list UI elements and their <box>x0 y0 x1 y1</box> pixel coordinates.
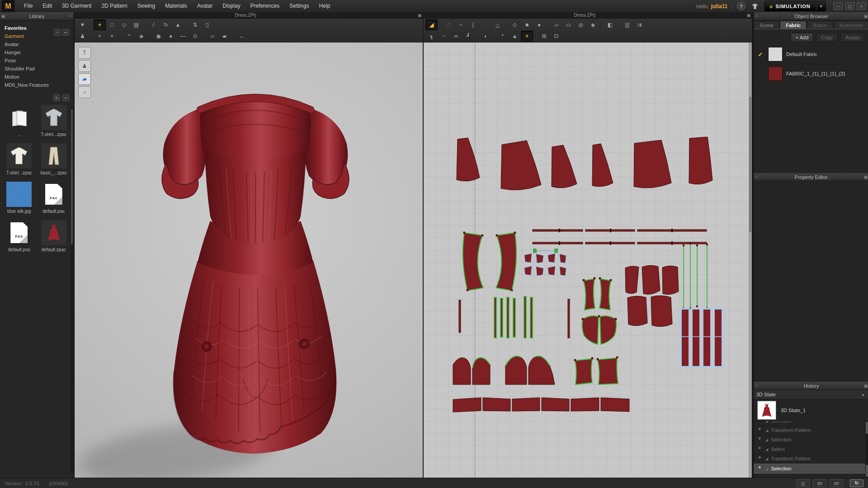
restore[interactable]: ▢ <box>845 2 854 10</box>
menu-item[interactable]: 2D Pattern <box>96 0 132 12</box>
library-item[interactable]: blue silk.jpg <box>3 182 36 214</box>
tool-pleats[interactable]: ||| <box>621 19 633 30</box>
tool-show-garment[interactable]: ▲ <box>172 19 184 30</box>
pattern-striped-piece-selected[interactable] <box>680 308 724 367</box>
tool-select-box[interactable]: ▤ <box>130 19 142 30</box>
pin-icon[interactable]: + <box>754 175 760 179</box>
panel-icon[interactable]: ▣ <box>863 14 868 19</box>
toggle-dual-view[interactable]: ◫ <box>796 479 810 487</box>
panel-icon[interactable]: ▣ <box>863 384 868 388</box>
library-item[interactable]: POS default.pos <box>3 220 36 252</box>
tool-plane-side[interactable]: ▰ <box>218 31 231 42</box>
tool-segment-sewing[interactable]: ┓ <box>425 31 438 42</box>
back[interactable]: ↩ <box>62 29 69 36</box>
tool-rectangle[interactable]: ■ <box>521 19 533 30</box>
fabric-row[interactable]: FABRIC_1_(1)_(1)_(1)_(2) <box>754 64 868 84</box>
pattern-boning-strips[interactable] <box>459 296 570 338</box>
tool-button[interactable]: ◉ <box>152 31 165 42</box>
tool-pen-polygon[interactable]: △ <box>491 19 504 30</box>
tool-polygon[interactable]: ◇ <box>509 19 521 30</box>
history-entry[interactable]: » ◢ Selection <box>754 421 865 426</box>
library-item[interactable]: .. <box>3 105 36 137</box>
tool-edit-curvature[interactable]: ~ <box>455 19 467 30</box>
show-3d-window[interactable]: 3D <box>813 479 826 487</box>
pattern-bow-pieces[interactable] <box>524 253 566 276</box>
menu-item[interactable]: Sewing <box>132 0 160 12</box>
tool-select-move[interactable]: + <box>94 19 106 30</box>
tool-measure[interactable]: ↔ <box>236 31 248 42</box>
object-browser-tab[interactable]: Buttonhole <box>834 21 868 29</box>
menu-item[interactable]: Materials <box>160 0 192 12</box>
refresh[interactable]: ↻ <box>53 94 60 101</box>
tool-gizmo-arrow[interactable]: ▼ <box>76 19 89 30</box>
library-item[interactable]: basic_...zpac <box>38 143 71 175</box>
panel-icon[interactable]: ▣ <box>0 14 6 19</box>
library-category[interactable]: Motion <box>0 73 74 81</box>
toggle-show-pattern[interactable]: ▰ <box>78 73 91 85</box>
tool-edit-curve-point[interactable]: ( <box>467 19 479 30</box>
history-state-item[interactable]: 3D State_1 <box>754 399 868 422</box>
pattern-waistband-strips[interactable] <box>533 229 707 245</box>
menu-item[interactable]: File <box>19 0 38 12</box>
dress-3d-model[interactable] <box>129 67 382 465</box>
reset-layout[interactable]: ↻ <box>850 479 863 487</box>
tool-add-point[interactable]: · <box>479 19 491 30</box>
tool-flatten[interactable]: ▲ <box>509 31 521 42</box>
tool-fasten[interactable]: ⊙ <box>189 31 201 42</box>
tool-pin[interactable]: / <box>147 19 160 30</box>
pattern-elastic-line[interactable] <box>533 249 557 253</box>
history-entry[interactable]: » ◢ Select <box>754 445 865 454</box>
toggle-show-head[interactable]: ○ <box>78 86 91 98</box>
history-entry[interactable]: » ◢ Transform Pattern <box>754 454 865 464</box>
history-scrollbar[interactable] <box>865 421 868 478</box>
tool-edit-pattern[interactable]: ∴ <box>443 19 455 30</box>
tool-steam-iron[interactable]: ◗ <box>479 31 491 42</box>
panel-icon[interactable]: ▣ <box>863 175 868 179</box>
check-icon[interactable]: ✓ <box>756 51 764 58</box>
simulation-button[interactable]: » SIMULATION ▼ <box>764 1 826 11</box>
tool-select-lasso[interactable]: ◇ <box>118 19 130 30</box>
pattern-corset-front[interactable] <box>582 315 617 344</box>
tool-fold-arrangement[interactable]: ⇅ <box>189 19 201 30</box>
close[interactable]: × <box>857 2 866 10</box>
library-item[interactable]: T-shirt...zpac <box>3 143 36 175</box>
library-item[interactable]: PAC default.pac <box>38 182 71 214</box>
pattern-skirt-panels[interactable] <box>457 137 712 190</box>
library-category[interactable]: Hanger <box>0 48 74 56</box>
list-view[interactable]: ≡ <box>62 94 69 101</box>
tool-pin-create[interactable]: + <box>94 31 106 42</box>
copy-fabric-button[interactable]: Copy <box>816 33 838 42</box>
shirt-icon[interactable]: ▲ <box>860 392 866 397</box>
tool-sewing-pins[interactable]: × <box>106 31 118 42</box>
toggle-show-avatar[interactable]: ♟ <box>78 60 91 72</box>
show-2d-window[interactable]: 2D <box>830 479 843 487</box>
menu-item[interactable]: Avatar <box>192 0 217 12</box>
pin-icon[interactable]: + <box>67 14 74 19</box>
tool-internal-rectangle[interactable]: ▭ <box>562 19 575 30</box>
history-entry[interactable]: » ◢ Selection <box>754 435 865 445</box>
library-category[interactable]: Avatar <box>0 40 74 48</box>
menu-item[interactable]: Display <box>217 0 245 12</box>
pattern-hem-band[interactable] <box>453 398 629 412</box>
tool-wind-area[interactable]: ◈ <box>135 31 147 42</box>
canvas-3d[interactable]: T ♟ ▰ ○ <box>75 42 423 478</box>
library-item[interactable]: default.zpac <box>38 220 71 252</box>
pattern-bodice-pieces[interactable] <box>453 356 555 385</box>
pattern-flounce-pieces[interactable] <box>625 265 679 327</box>
tool-transform-pattern[interactable]: ◢ <box>425 19 438 30</box>
library-scrollbar[interactable] <box>71 107 73 473</box>
pin-icon[interactable]: + <box>754 14 760 19</box>
library-category[interactable]: MD6_New Features <box>0 81 74 89</box>
tool-pleats-sewing[interactable]: ⇉ <box>633 19 646 30</box>
tool-mn-sewing[interactable]: ≍ <box>450 31 462 42</box>
tool-avatar[interactable]: ♟ <box>76 31 89 42</box>
library-item[interactable]: T-shirt...zpac <box>38 105 71 137</box>
add-fabric-button[interactable]: + Add <box>791 33 813 42</box>
tool-detail-sewing[interactable]: ┛ <box>462 31 474 42</box>
menu-item[interactable]: Settings <box>284 0 314 12</box>
library-category[interactable]: Shoulder Pad <box>0 65 74 73</box>
tool-tack[interactable]: * <box>496 31 509 42</box>
tool-free-sewing[interactable]: ┄ <box>438 31 450 42</box>
add-garment-icon[interactable] <box>750 2 760 10</box>
tool-arrangement-points[interactable]: ▯ <box>201 19 213 30</box>
